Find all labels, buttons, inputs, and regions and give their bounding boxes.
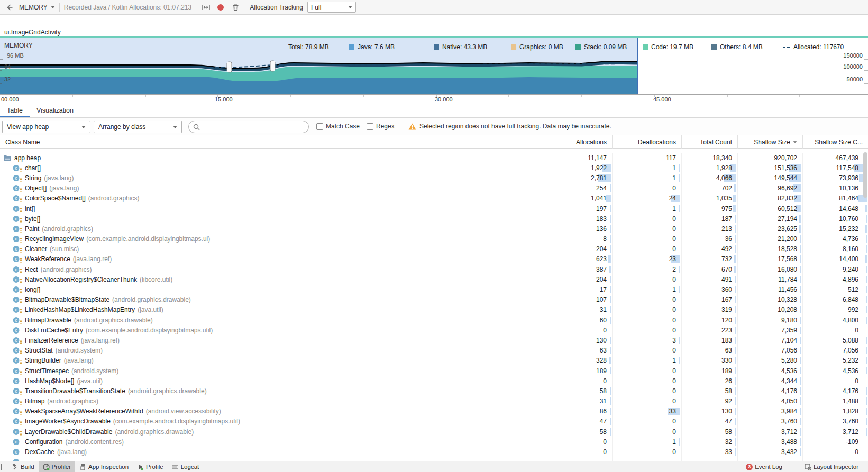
- record-stop-button[interactable]: [215, 2, 226, 13]
- table-row[interactable]: c Object[] (java.lang) 254 0 702 96,692 …: [0, 183, 868, 193]
- allocation-tracking-select[interactable]: Full: [307, 2, 356, 13]
- column-header-class-name[interactable]: Class Name: [0, 135, 554, 149]
- heap-select[interactable]: View app heap: [2, 121, 90, 133]
- table-row[interactable]: c DiskLruCache$Entry (com.example.androi…: [0, 325, 868, 335]
- class-name: long[]: [25, 286, 40, 293]
- table-row[interactable]: c DexCache (java.lang) 0 0 33 3,432 0: [0, 447, 868, 457]
- layout-inspector-button[interactable]: Layout Inspector: [800, 461, 863, 472]
- logcat-icon: [172, 464, 179, 470]
- cell-shallow-size-change: 6,848: [802, 295, 868, 305]
- table-row[interactable]: c BitmapDrawable (android.graphics.drawa…: [0, 315, 868, 325]
- table-row[interactable]: c BitmapDrawable$BitmapState (android.gr…: [0, 295, 868, 305]
- cell-class-name: c ImageWorker$AsyncDrawable (com.example…: [0, 417, 554, 427]
- table-row[interactable]: c WeakSparseArray$WeakReferenceWithId (a…: [0, 406, 868, 417]
- table-row[interactable]: c LayerDrawable$ChildDrawable (android.g…: [0, 427, 868, 437]
- event-log-button[interactable]: 3 Event Log: [742, 461, 787, 472]
- cell-total-count: 130: [681, 406, 737, 417]
- value-bar: [734, 184, 736, 192]
- tab-visualization[interactable]: Visualization: [30, 104, 80, 117]
- class-icon: c: [13, 428, 22, 436]
- table-row[interactable]: c String (java.lang) 2,781 1 4,066 149,5…: [0, 173, 868, 183]
- table-row[interactable]: c TransitionDrawable$TransitionState (an…: [0, 386, 868, 396]
- table-row[interactable]: c long[] 17 1 360 11,456 512: [0, 284, 868, 294]
- class-icon: c: [13, 184, 22, 192]
- table-row[interactable]: c NativeAllocationRegistry$CleanerThunk …: [0, 274, 868, 284]
- class-icon: c: [13, 164, 22, 172]
- legend-total: Total: 78.9 MB: [288, 43, 329, 51]
- tool-window-app-inspection[interactable]: App Inspection: [75, 461, 133, 472]
- svg-text:c: c: [15, 287, 17, 292]
- column-header-shallow-size-change[interactable]: Shallow Size C...: [802, 135, 868, 149]
- table-row[interactable]: c: [0, 457, 868, 461]
- tool-window-stripe-icon[interactable]: [1, 464, 2, 470]
- table-row[interactable]: c Configuration (android.content.res) 0 …: [0, 437, 868, 447]
- table-row[interactable]: c StructTimespec (android.system) 189 0 …: [0, 366, 868, 376]
- cell-total-count: 47: [681, 417, 737, 427]
- table-row[interactable]: c StructStat (android.system) 63 0 63 7,…: [0, 346, 868, 356]
- svg-text:c: c: [15, 216, 17, 221]
- allocation-events-track[interactable]: [0, 15, 868, 27]
- table-row[interactable]: c LinkedHashMap$LinkedHashMapEntry (java…: [0, 305, 868, 315]
- match-case-checkbox[interactable]: Match Case: [316, 123, 360, 130]
- search-field[interactable]: [188, 121, 309, 133]
- table-row[interactable]: c Cleaner (sun.misc) 204 0 492 18,528 8,…: [0, 244, 868, 254]
- zoom-to-fit-icon[interactable]: [200, 2, 211, 13]
- tool-window-profiler[interactable]: Profiler: [39, 461, 75, 472]
- table-row[interactable]: c FinalizerReference (java.lang.ref) 130…: [0, 335, 868, 345]
- regex-checkbox[interactable]: Regex: [367, 123, 395, 130]
- table-row[interactable]: c HashMap$Node[] (java.util) 0 0 26 4,34…: [0, 376, 868, 386]
- value-bar: [800, 245, 801, 253]
- tool-window-logcat[interactable]: Logcat: [168, 461, 204, 472]
- class-name: DexCache: [25, 448, 54, 456]
- cell-allocations: 183: [554, 214, 612, 224]
- table-row[interactable]: c Bitmap (android.graphics) 31 0 92 4,05…: [0, 396, 868, 406]
- table-row[interactable]: c char[] 1,922 1 1,928 151,536 117,548: [0, 163, 868, 173]
- time-axis[interactable]: 00.000 15.000 30.000 45.000: [0, 94, 868, 104]
- table-row[interactable]: c byte[] 183 0 187 27,194 10,760: [0, 214, 868, 224]
- cell-shallow-size-change: 0: [802, 325, 868, 335]
- selection-handle-left[interactable]: [227, 62, 232, 72]
- table-row[interactable]: c ImageWorker$AsyncDrawable (com.example…: [0, 417, 868, 427]
- value-bar: [800, 266, 801, 273]
- class-table[interactable]: c app heap 11,147 117 18,340 920,702 467…: [0, 149, 868, 461]
- value-bar: [800, 276, 801, 283]
- search-input[interactable]: [203, 123, 304, 131]
- cell-total-count: 189: [681, 366, 737, 376]
- class-name: ImageWorker$AsyncDrawable: [25, 418, 111, 425]
- table-row[interactable]: c int[] 197 1 975 60,512 14,648: [0, 203, 868, 214]
- cell-deallocations: 24: [612, 193, 681, 203]
- value-bar: [800, 377, 801, 385]
- cell-deallocations: 1: [612, 173, 681, 183]
- table-row[interactable]: c StringBuilder (java.lang) 328 1 330 5,…: [0, 356, 868, 366]
- cell-allocations: 2,781: [554, 173, 612, 183]
- tab-table[interactable]: Table: [0, 104, 30, 117]
- table-row[interactable]: c app heap 11,147 117 18,340 920,702 467…: [0, 153, 868, 163]
- x-axis-label: 15.000: [215, 96, 233, 103]
- table-row[interactable]: c ColorSpace$Named[] (android.graphics) …: [0, 193, 868, 203]
- column-header-allocations[interactable]: Allocations: [554, 135, 612, 149]
- column-header-deallocations[interactable]: Deallocations: [612, 135, 681, 149]
- cell-total-count: 4,066: [681, 173, 737, 183]
- table-scrollbar[interactable]: [863, 152, 867, 198]
- class-icon: c: [13, 387, 22, 395]
- delete-recording-button[interactable]: [230, 2, 241, 13]
- column-header-total-count[interactable]: Total Count: [681, 135, 737, 149]
- cell-total-count: 492: [681, 244, 737, 254]
- memory-dropdown[interactable]: MEMORY: [19, 4, 55, 11]
- cell-deallocations: 0: [612, 427, 681, 437]
- selection-handle-right[interactable]: [270, 61, 275, 71]
- cell-class-name: c Configuration (android.content.res): [0, 437, 554, 447]
- table-row[interactable]: c Paint (android.graphics) 136 0 213 23,…: [0, 224, 868, 234]
- class-icon: c: [13, 357, 22, 364]
- table-row[interactable]: c Rect (android.graphics) 387 2 670 16,0…: [0, 264, 868, 274]
- arrange-select[interactable]: Arrange by class: [94, 121, 182, 133]
- right-axis-label: 150000: [843, 52, 863, 59]
- tool-window-build[interactable]: Build: [7, 461, 39, 472]
- tool-window-profile[interactable]: Profile: [133, 461, 168, 472]
- svg-text:c: c: [15, 348, 17, 353]
- table-row[interactable]: c RecyclingImageView (com.example.androi…: [0, 234, 868, 244]
- table-row[interactable]: c WeakReference (java.lang.ref) 623 23 7…: [0, 254, 868, 264]
- back-button[interactable]: [4, 2, 15, 13]
- column-header-shallow-size[interactable]: Shallow Size: [737, 135, 802, 149]
- memory-chart[interactable]: MEMORY 96 MB 64 32 150000 100000 50000 T…: [0, 38, 868, 94]
